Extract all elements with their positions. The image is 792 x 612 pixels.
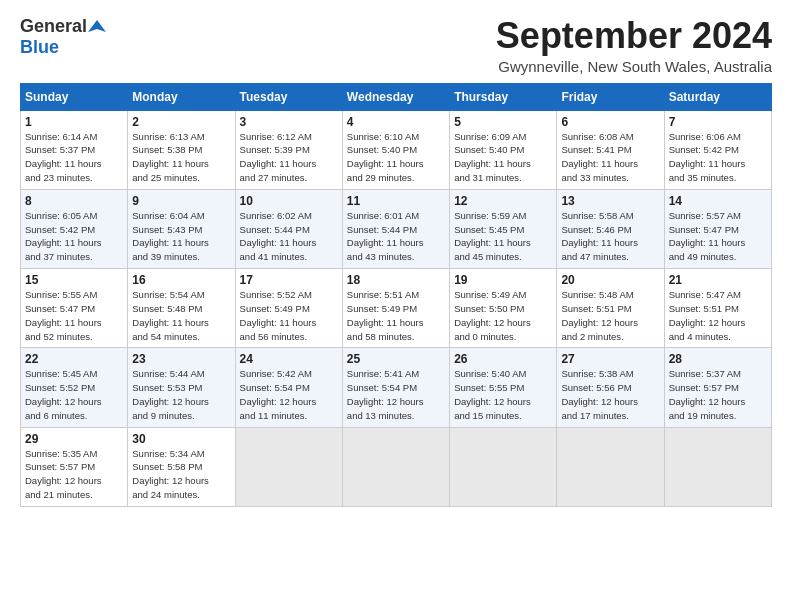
day-number: 4 [347, 115, 445, 129]
table-row: 13Sunrise: 5:58 AM Sunset: 5:46 PM Dayli… [557, 189, 664, 268]
col-saturday: Saturday [664, 83, 771, 110]
calendar-week-row: 29Sunrise: 5:35 AM Sunset: 5:57 PM Dayli… [21, 427, 772, 506]
location: Gwynneville, New South Wales, Australia [496, 58, 772, 75]
table-row: 24Sunrise: 5:42 AM Sunset: 5:54 PM Dayli… [235, 348, 342, 427]
table-row: 27Sunrise: 5:38 AM Sunset: 5:56 PM Dayli… [557, 348, 664, 427]
day-number: 2 [132, 115, 230, 129]
table-row: 21Sunrise: 5:47 AM Sunset: 5:51 PM Dayli… [664, 269, 771, 348]
day-number: 16 [132, 273, 230, 287]
calendar-week-row: 8Sunrise: 6:05 AM Sunset: 5:42 PM Daylig… [21, 189, 772, 268]
day-info: Sunrise: 5:59 AM Sunset: 5:45 PM Dayligh… [454, 210, 531, 262]
col-thursday: Thursday [450, 83, 557, 110]
logo-blue: Blue [20, 37, 59, 58]
day-info: Sunrise: 6:01 AM Sunset: 5:44 PM Dayligh… [347, 210, 424, 262]
table-row: 23Sunrise: 5:44 AM Sunset: 5:53 PM Dayli… [128, 348, 235, 427]
table-row: 29Sunrise: 5:35 AM Sunset: 5:57 PM Dayli… [21, 427, 128, 506]
table-row [342, 427, 449, 506]
logo: General Blue [20, 16, 106, 58]
day-info: Sunrise: 5:48 AM Sunset: 5:51 PM Dayligh… [561, 289, 638, 341]
table-row: 6Sunrise: 6:08 AM Sunset: 5:41 PM Daylig… [557, 110, 664, 189]
day-info: Sunrise: 6:05 AM Sunset: 5:42 PM Dayligh… [25, 210, 102, 262]
table-row: 1Sunrise: 6:14 AM Sunset: 5:37 PM Daylig… [21, 110, 128, 189]
day-info: Sunrise: 5:37 AM Sunset: 5:57 PM Dayligh… [669, 368, 746, 420]
day-info: Sunrise: 5:47 AM Sunset: 5:51 PM Dayligh… [669, 289, 746, 341]
day-number: 27 [561, 352, 659, 366]
day-info: Sunrise: 6:02 AM Sunset: 5:44 PM Dayligh… [240, 210, 317, 262]
day-info: Sunrise: 5:41 AM Sunset: 5:54 PM Dayligh… [347, 368, 424, 420]
table-row [235, 427, 342, 506]
calendar-header-row: Sunday Monday Tuesday Wednesday Thursday… [21, 83, 772, 110]
day-number: 29 [25, 432, 123, 446]
day-info: Sunrise: 6:12 AM Sunset: 5:39 PM Dayligh… [240, 131, 317, 183]
day-info: Sunrise: 5:35 AM Sunset: 5:57 PM Dayligh… [25, 448, 102, 500]
table-row: 26Sunrise: 5:40 AM Sunset: 5:55 PM Dayli… [450, 348, 557, 427]
day-number: 14 [669, 194, 767, 208]
day-number: 1 [25, 115, 123, 129]
calendar-week-row: 22Sunrise: 5:45 AM Sunset: 5:52 PM Dayli… [21, 348, 772, 427]
day-number: 8 [25, 194, 123, 208]
table-row: 11Sunrise: 6:01 AM Sunset: 5:44 PM Dayli… [342, 189, 449, 268]
day-number: 26 [454, 352, 552, 366]
table-row: 3Sunrise: 6:12 AM Sunset: 5:39 PM Daylig… [235, 110, 342, 189]
day-number: 25 [347, 352, 445, 366]
day-number: 7 [669, 115, 767, 129]
table-row: 2Sunrise: 6:13 AM Sunset: 5:38 PM Daylig… [128, 110, 235, 189]
day-info: Sunrise: 6:09 AM Sunset: 5:40 PM Dayligh… [454, 131, 531, 183]
day-info: Sunrise: 5:49 AM Sunset: 5:50 PM Dayligh… [454, 289, 531, 341]
logo-general: General [20, 16, 87, 37]
calendar-week-row: 15Sunrise: 5:55 AM Sunset: 5:47 PM Dayli… [21, 269, 772, 348]
table-row: 18Sunrise: 5:51 AM Sunset: 5:49 PM Dayli… [342, 269, 449, 348]
col-friday: Friday [557, 83, 664, 110]
day-info: Sunrise: 5:45 AM Sunset: 5:52 PM Dayligh… [25, 368, 102, 420]
day-info: Sunrise: 5:34 AM Sunset: 5:58 PM Dayligh… [132, 448, 209, 500]
day-number: 3 [240, 115, 338, 129]
day-number: 12 [454, 194, 552, 208]
day-number: 17 [240, 273, 338, 287]
col-monday: Monday [128, 83, 235, 110]
table-row: 8Sunrise: 6:05 AM Sunset: 5:42 PM Daylig… [21, 189, 128, 268]
table-row [557, 427, 664, 506]
day-info: Sunrise: 5:58 AM Sunset: 5:46 PM Dayligh… [561, 210, 638, 262]
day-number: 23 [132, 352, 230, 366]
day-number: 20 [561, 273, 659, 287]
col-wednesday: Wednesday [342, 83, 449, 110]
day-info: Sunrise: 6:08 AM Sunset: 5:41 PM Dayligh… [561, 131, 638, 183]
table-row: 22Sunrise: 5:45 AM Sunset: 5:52 PM Dayli… [21, 348, 128, 427]
day-info: Sunrise: 6:13 AM Sunset: 5:38 PM Dayligh… [132, 131, 209, 183]
table-row: 5Sunrise: 6:09 AM Sunset: 5:40 PM Daylig… [450, 110, 557, 189]
day-number: 19 [454, 273, 552, 287]
col-tuesday: Tuesday [235, 83, 342, 110]
day-number: 13 [561, 194, 659, 208]
col-sunday: Sunday [21, 83, 128, 110]
title-block: September 2024 Gwynneville, New South Wa… [496, 16, 772, 75]
table-row: 20Sunrise: 5:48 AM Sunset: 5:51 PM Dayli… [557, 269, 664, 348]
day-number: 30 [132, 432, 230, 446]
day-info: Sunrise: 5:51 AM Sunset: 5:49 PM Dayligh… [347, 289, 424, 341]
day-number: 9 [132, 194, 230, 208]
day-number: 28 [669, 352, 767, 366]
table-row [664, 427, 771, 506]
day-number: 11 [347, 194, 445, 208]
day-info: Sunrise: 5:55 AM Sunset: 5:47 PM Dayligh… [25, 289, 102, 341]
day-info: Sunrise: 6:14 AM Sunset: 5:37 PM Dayligh… [25, 131, 102, 183]
day-number: 10 [240, 194, 338, 208]
table-row: 14Sunrise: 5:57 AM Sunset: 5:47 PM Dayli… [664, 189, 771, 268]
day-info: Sunrise: 5:57 AM Sunset: 5:47 PM Dayligh… [669, 210, 746, 262]
table-row: 4Sunrise: 6:10 AM Sunset: 5:40 PM Daylig… [342, 110, 449, 189]
table-row: 15Sunrise: 5:55 AM Sunset: 5:47 PM Dayli… [21, 269, 128, 348]
table-row: 25Sunrise: 5:41 AM Sunset: 5:54 PM Dayli… [342, 348, 449, 427]
table-row: 7Sunrise: 6:06 AM Sunset: 5:42 PM Daylig… [664, 110, 771, 189]
table-row: 30Sunrise: 5:34 AM Sunset: 5:58 PM Dayli… [128, 427, 235, 506]
day-info: Sunrise: 5:52 AM Sunset: 5:49 PM Dayligh… [240, 289, 317, 341]
table-row: 17Sunrise: 5:52 AM Sunset: 5:49 PM Dayli… [235, 269, 342, 348]
day-info: Sunrise: 6:10 AM Sunset: 5:40 PM Dayligh… [347, 131, 424, 183]
calendar-week-row: 1Sunrise: 6:14 AM Sunset: 5:37 PM Daylig… [21, 110, 772, 189]
logo-bird-icon [88, 18, 106, 36]
page-header: General Blue September 2024 Gwynneville,… [20, 16, 772, 75]
table-row: 19Sunrise: 5:49 AM Sunset: 5:50 PM Dayli… [450, 269, 557, 348]
day-info: Sunrise: 6:06 AM Sunset: 5:42 PM Dayligh… [669, 131, 746, 183]
day-info: Sunrise: 5:44 AM Sunset: 5:53 PM Dayligh… [132, 368, 209, 420]
table-row: 9Sunrise: 6:04 AM Sunset: 5:43 PM Daylig… [128, 189, 235, 268]
day-number: 22 [25, 352, 123, 366]
table-row: 12Sunrise: 5:59 AM Sunset: 5:45 PM Dayli… [450, 189, 557, 268]
